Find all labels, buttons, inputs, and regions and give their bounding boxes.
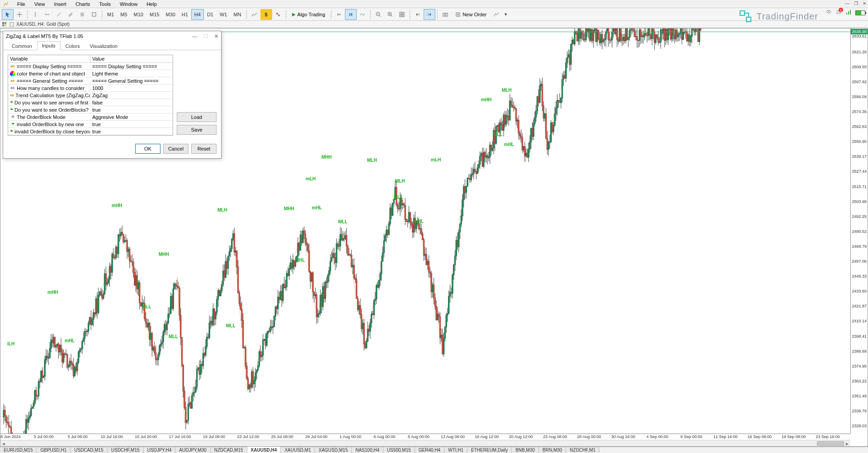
input-row[interactable]: ⚑invalid OrderBlock by new onetrue [8,121,173,128]
input-value[interactable]: true [90,128,103,135]
chart-dropdown-icon[interactable] [491,9,503,20]
timeframe-m30[interactable]: M30 [162,9,178,20]
chart-tab[interactable]: AUDJPY,M30 [175,447,210,453]
input-row[interactable]: abTrend Calculation type (ZigZag,Candle)… [8,92,173,99]
timeframe-mn[interactable]: MN [230,9,244,20]
algo-trading-button[interactable]: ▶Algo Trading [288,9,330,20]
dialog-close-icon[interactable]: ✕ [214,33,218,39]
menu-help[interactable]: Help [142,0,161,8]
input-value[interactable]: 1000 [90,85,105,91]
chart-tab[interactable]: NAS100,H4 [352,447,383,453]
input-value[interactable]: true [90,107,103,113]
crosshair-tool-icon[interactable] [14,9,25,20]
chart-tab[interactable]: USDCHF,M15 [108,447,144,453]
timeframe-d1[interactable]: D1 [204,9,217,20]
input-value[interactable]: Aggresive Mode [90,114,130,120]
input-value[interactable]: ===== Display Setting ===== [90,63,159,70]
chart-tab[interactable]: XAUUSD,M1 [281,447,315,453]
tile-windows-icon[interactable] [2,22,7,27]
equidistant-channel-icon[interactable] [65,9,76,20]
input-row[interactable]: ⚑Do you want to see OrderBlocks?true [8,106,173,113]
objects-icon[interactable] [272,9,284,20]
input-value[interactable]: Light theme [90,71,120,77]
chart-tab[interactable]: GER40,H4 [415,447,444,453]
fibonacci-icon[interactable] [76,9,88,20]
horizontal-line-icon[interactable] [41,9,53,20]
cancel-button[interactable]: Cancel [163,144,189,154]
new-order-button[interactable]: New Order [451,9,491,20]
x-axis[interactable]: 28 Jun 20243 Jul 00:005 Jul 08:0010 Jul … [0,434,850,440]
input-row[interactable]: ⚙The OrderBlock ModeAggresive Mode [8,113,173,121]
input-row[interactable]: ab===== Display Setting ========== Displ… [8,63,173,70]
input-value[interactable]: ZigZag [90,92,109,99]
input-value[interactable]: ===== General Setting ===== [90,78,160,84]
dialog-minimize-icon[interactable]: — [192,33,197,39]
shift-chart-icon[interactable] [333,9,345,20]
dialog-maximize-icon[interactable]: ☐ [203,33,208,39]
window-restore-icon[interactable]: ❐ [854,1,858,6]
timeframe-h1[interactable]: H1 [179,9,191,20]
chart-hscrollbar[interactable]: ◂ ▸ [0,440,850,446]
dropdown-arrow-icon[interactable]: ▾ [503,9,509,20]
menu-file[interactable]: File [13,0,30,8]
input-row[interactable]: ab===== General Setting ========== Gener… [8,77,173,85]
scroll-right-icon[interactable]: ▸ [844,440,850,447]
vertical-line-icon[interactable] [29,9,41,20]
save-button[interactable]: Save [177,125,217,135]
reset-button[interactable]: Reset [191,144,217,154]
chart-tab[interactable]: ETHEREUM,Daily [467,447,512,453]
dialog-tab-visualization[interactable]: Visualization [85,42,123,50]
dialog-titlebar[interactable]: ZigZag & Label MT5 By TFlab 1.05 — ☐ ✕ [3,31,221,41]
chart-tab[interactable]: XAUUSD,H4 [247,447,281,453]
window-minimize-icon[interactable]: — [845,1,849,6]
chart-tab[interactable]: NZDCHF,M1 [566,447,599,453]
timeframe-m10[interactable]: M10 [131,9,146,20]
menu-window[interactable]: Window [115,0,142,8]
window-close-icon[interactable]: ✕ [863,1,866,6]
inputs-table[interactable]: Variable Value ab===== Display Setting =… [8,55,173,136]
timeframe-m5[interactable]: M5 [117,9,130,20]
cursor-tool-icon[interactable] [2,9,14,20]
auto-scroll-icon[interactable] [345,9,357,20]
y-axis[interactable]: 2636.98 2633.612621.282609.552597.822586… [850,28,868,434]
network-icon[interactable] [845,9,852,16]
alert-bell-icon[interactable]: 1 [835,9,842,16]
camera-icon[interactable] [439,9,451,20]
wifi-icon[interactable] [826,9,832,16]
input-value[interactable]: false [90,99,104,106]
dialog-tab-inputs[interactable]: Inputs [37,41,61,50]
input-value[interactable]: true [90,121,103,127]
step-back-icon[interactable] [424,9,435,20]
chart-tab[interactable]: BRN,M30 [539,447,566,453]
chart-tab[interactable]: US500,M15 [383,447,415,453]
grid-icon[interactable] [396,9,408,20]
scroll-thumb[interactable] [817,441,844,446]
input-row[interactable]: 01How many candles to consider1000 [8,85,173,92]
trendline-icon[interactable] [53,9,65,20]
menu-tools[interactable]: Tools [94,0,115,8]
shapes-icon[interactable] [88,9,100,20]
input-row[interactable]: ⚑invalid OrderBlock by close beyondtrue [8,128,173,135]
chart-tab[interactable]: BNB,M30 [512,447,539,453]
chart-doc-icon[interactable] [9,22,14,27]
menu-insert[interactable]: Insert [49,0,71,8]
chart-tab[interactable]: GBPUSD,H1 [37,447,71,453]
timeframe-m15[interactable]: M15 [146,9,162,20]
step-forward-icon[interactable] [412,9,424,20]
chart-tab[interactable]: XAGUSD,M15 [315,447,352,453]
menu-view[interactable]: View [30,0,50,8]
chart-tab[interactable]: WTI,H1 [444,447,467,453]
dialog-tab-common[interactable]: Common [7,42,37,50]
chart-tab[interactable]: USDJPY,H4 [144,447,176,453]
timeframe-h4[interactable]: H4 [191,9,204,20]
timeframe-w1[interactable]: W1 [217,9,231,20]
chart-type-dropdown-icon[interactable] [249,9,260,20]
dialog-tab-colors[interactable]: Colors [61,42,85,50]
market-depth-icon[interactable]: $ [260,9,272,20]
zoom-in-icon[interactable] [384,9,396,20]
menu-charts[interactable]: Charts [71,0,94,8]
input-row[interactable]: ⚑Do you want to see arrows of first cycl… [8,99,173,106]
input-row[interactable]: color theme of chart and objectLight the… [8,70,173,77]
chart-tab[interactable]: NZDCAD,M15 [211,447,247,453]
indicator-icon[interactable] [357,9,368,20]
